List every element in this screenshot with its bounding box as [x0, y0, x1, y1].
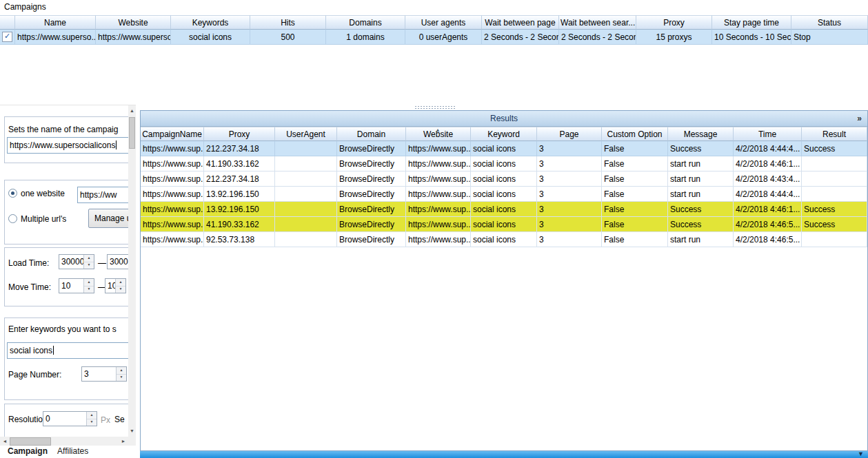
move-time-from-stepper[interactable]: 10 ▲▼ [59, 278, 94, 293]
result-column-header[interactable]: Website▲ [406, 127, 471, 141]
spinner-down-icon[interactable]: ▼ [84, 262, 94, 269]
result-cell: start run [668, 171, 734, 187]
keywords-input[interactable]: social icons [7, 342, 136, 359]
spinner-down-icon[interactable]: ▼ [87, 419, 97, 426]
results-grid: CampaignNameProxyUserAgentDomainWebsite▲… [141, 127, 867, 247]
result-cell: False [602, 232, 668, 247]
move-time-to-stepper[interactable]: 10 ▲▼ [105, 278, 126, 293]
campaign-column-header[interactable]: Wait between page [482, 15, 559, 30]
campaign-column-header[interactable]: Wait between sear... [559, 15, 636, 30]
result-column-header[interactable]: Custom Option [602, 127, 668, 141]
result-cell: 3 [537, 232, 602, 247]
campaign-column-header[interactable]: Status [791, 15, 868, 30]
campaign-column-header[interactable]: Stay page time [712, 15, 791, 30]
result-column-header[interactable]: Domain [337, 127, 406, 141]
row-checkbox[interactable]: ✓ [2, 32, 12, 42]
result-cell: 3 [537, 217, 602, 232]
resolution-suffix-text: Se [114, 415, 125, 424]
sort-ascending-icon: ▲ [436, 127, 441, 132]
result-row[interactable]: https://www.sup...212.237.34.18BrowseDir… [141, 171, 867, 187]
campaign-column-header[interactable]: Proxy [636, 15, 712, 30]
result-cell [802, 156, 867, 171]
result-cell: https://www.sup... [406, 187, 471, 202]
result-cell [275, 187, 337, 202]
campaign-column-header[interactable]: Hits [250, 15, 326, 30]
result-cell: Success [802, 217, 867, 232]
campaign-column-header[interactable]: User agents [405, 15, 482, 30]
result-column-header[interactable]: Page [537, 127, 602, 141]
spinner-down-icon[interactable]: ▼ [117, 374, 126, 381]
result-column-header[interactable]: Message [668, 127, 734, 141]
result-column-header[interactable]: Time [734, 127, 802, 141]
result-row[interactable]: https://www.sup...13.92.196.150BrowseDir… [141, 202, 867, 217]
scroll-down-icon[interactable]: ▼ [128, 426, 136, 437]
result-cell: https://www.sup... [141, 232, 204, 247]
result-cell: 4/2/2018 4:43:4... [734, 171, 802, 187]
multiple-urls-radio[interactable]: Multiple url's [8, 214, 66, 224]
resolution-stepper[interactable]: 0 ▲▼ [43, 411, 97, 426]
result-row[interactable]: https://www.sup...41.190.33.162BrowseDir… [141, 217, 867, 232]
campaign-column-header[interactable]: Website [96, 15, 171, 30]
campaigns-grid: NameWebsiteKeywordsHitsDomainsUser agent… [0, 15, 868, 45]
vertical-scrollbar-thumb[interactable] [129, 117, 135, 149]
spinner-down-icon[interactable]: ▼ [84, 286, 94, 293]
result-cell: 3 [537, 156, 602, 171]
result-cell: 41.190.33.162 [204, 156, 275, 171]
text-caret [53, 346, 54, 355]
result-row[interactable]: https://www.sup...212.237.34.18BrowseDir… [141, 141, 867, 156]
one-website-url-input[interactable]: https://ww [77, 187, 136, 203]
result-cell: 4/2/2018 4:44:4... [734, 141, 802, 156]
result-cell: Success [802, 202, 867, 217]
result-row[interactable]: https://www.sup...13.92.196.150BrowseDir… [141, 187, 867, 202]
campaign-column-header[interactable]: Domains [326, 15, 405, 30]
result-cell: start run [668, 187, 734, 202]
campaign-select-all-header[interactable] [0, 15, 15, 30]
vertical-scrollbar[interactable]: ▲ ▼ [128, 105, 136, 437]
scroll-up-icon[interactable]: ▲ [128, 105, 136, 116]
scroll-left-icon[interactable]: ◄ [0, 437, 10, 446]
result-row[interactable]: https://www.sup...92.53.73.138BrowseDire… [141, 232, 867, 247]
campaign-row[interactable]: ✓https://www.superso...https://www.super… [0, 30, 868, 45]
result-cell: social icons [471, 202, 537, 217]
result-column-header[interactable]: UserAgent [275, 127, 337, 141]
one-website-label: one website [21, 189, 65, 198]
result-cell: https://www.sup... [141, 217, 204, 232]
result-column-header[interactable]: Keyword [471, 127, 537, 141]
tab-campaign[interactable]: Campaign [6, 446, 50, 457]
result-cell [275, 202, 337, 217]
load-time-from-stepper[interactable]: 30000 ▲▼ [59, 254, 94, 269]
result-column-header[interactable]: CampaignName [141, 127, 204, 141]
campaign-column-header[interactable]: Keywords [171, 15, 250, 30]
one-website-radio[interactable]: one website [8, 189, 65, 198]
page-number-stepper[interactable]: 3 ▲▼ [81, 366, 127, 382]
result-cell: https://www.sup... [406, 156, 471, 171]
result-cell [802, 171, 867, 187]
expand-icon[interactable]: » [857, 111, 862, 126]
results-title-bar: Results » [141, 111, 867, 127]
text-caret [116, 140, 117, 149]
result-column-header[interactable]: Result [802, 127, 867, 141]
horizontal-scrollbar-thumb[interactable] [10, 437, 51, 446]
result-cell: BrowseDirectly [337, 232, 406, 247]
result-row[interactable]: https://www.sup...41.190.33.162BrowseDir… [141, 156, 867, 171]
result-cell: Success [668, 141, 734, 156]
campaign-settings-panel: Sets the name of the campaig https://www… [0, 105, 136, 446]
campaign-name-input[interactable]: https://www.supersocialicons [7, 137, 136, 154]
result-cell: social icons [471, 217, 537, 232]
horizontal-scrollbar[interactable]: ◄ ► [0, 437, 128, 446]
result-cell: BrowseDirectly [337, 141, 406, 156]
scroll-right-icon[interactable]: ► [119, 437, 128, 446]
result-cell: False [602, 202, 668, 217]
result-column-header[interactable]: Proxy [204, 127, 275, 141]
result-cell: https://www.sup... [406, 202, 471, 217]
result-cell: https://www.sup... [406, 171, 471, 187]
tab-affiliates[interactable]: Affiliates [55, 446, 90, 457]
result-cell [275, 141, 337, 156]
campaign-cell: 2 Seconds - 2 Secon... [482, 30, 559, 45]
spinner-down-icon[interactable]: ▼ [116, 286, 125, 293]
campaign-column-header[interactable]: Name [15, 15, 96, 30]
chevron-down-icon[interactable]: ▼ [858, 450, 864, 458]
result-cell: 212.237.34.18 [204, 171, 275, 187]
splitter-grip[interactable] [414, 105, 455, 109]
result-cell: BrowseDirectly [337, 156, 406, 171]
